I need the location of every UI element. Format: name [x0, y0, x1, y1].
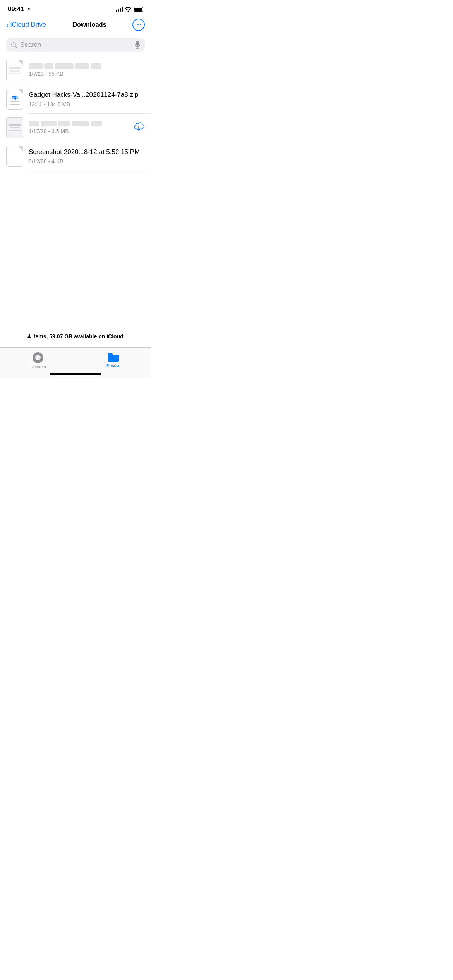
zip-lines: [10, 101, 19, 105]
file-info-2: Gadget Hacks-Va...20201124-7a8.zip 12:11…: [29, 91, 145, 107]
status-bar: 09:41 ↗: [0, 0, 151, 15]
status-icons: [116, 7, 143, 12]
blur-block: [58, 121, 70, 126]
signal-bar-1: [116, 10, 117, 12]
file-name-blurred-3: [29, 121, 127, 126]
blur-block: [29, 121, 39, 126]
search-placeholder: Search: [20, 41, 132, 49]
page: 09:41 ↗ ‹ iCloud Drive Downlo: [0, 0, 151, 379]
more-icon: ···: [136, 21, 141, 29]
mic-icon: [135, 41, 140, 49]
zip-line: [10, 101, 19, 102]
blur-block: [55, 63, 74, 69]
blur-block: [29, 63, 43, 69]
file-name-2: Gadget Hacks-Va...20201124-7a8.zip: [29, 91, 145, 99]
file-info-1: 1/7/20 - 55 KB: [29, 63, 145, 77]
download-cloud-icon[interactable]: [132, 122, 145, 134]
nav-bar: ‹ iCloud Drive Downloads ···: [0, 15, 151, 35]
tab-recents-label: Recents: [30, 364, 46, 369]
back-chevron-icon: ‹: [6, 21, 9, 29]
blur-block: [91, 63, 101, 69]
page-title: Downloads: [72, 21, 106, 29]
blur-block: [75, 63, 89, 69]
file-list: 1/7/20 - 55 KB zip Gadget Hacks-Va...202…: [0, 56, 151, 171]
back-button[interactable]: ‹ iCloud Drive: [6, 21, 46, 29]
file-meta-4: 8/12/20 - 4 KB: [29, 158, 63, 164]
status-time: 09:41: [8, 5, 24, 13]
list-item[interactable]: 1/7/20 - 55 KB: [0, 56, 151, 85]
zip-line: [10, 104, 19, 105]
battery-fill: [134, 8, 142, 11]
dog-ear-icon: [18, 60, 23, 65]
file-icon-1: [6, 60, 23, 81]
signal-bar-4: [122, 7, 123, 12]
blur-block: [91, 121, 102, 126]
search-container: Search: [0, 35, 151, 56]
list-item[interactable]: zip Gadget Hacks-Va...20201124-7a8.zip 1…: [0, 85, 151, 113]
wifi-icon: [125, 7, 131, 12]
recents-icon: [33, 352, 43, 363]
back-label: iCloud Drive: [10, 21, 46, 29]
list-item[interactable]: 1/17/20 - 3.5 MB: [0, 113, 151, 142]
battery-icon: [134, 7, 143, 12]
content-spacer: [0, 171, 151, 326]
tab-browse[interactable]: Browse: [99, 351, 129, 370]
search-icon: [11, 42, 17, 48]
footer-info: 4 items, 59.07 GB available on iCloud: [0, 326, 151, 347]
file-info-3: 1/17/20 - 3.5 MB: [29, 121, 127, 135]
tab-bar: Recents Browse: [0, 347, 151, 379]
tab-bar-inner: Recents Browse: [0, 351, 151, 370]
zip-label: zip: [12, 95, 18, 100]
signal-bars: [116, 7, 123, 12]
signal-bar-2: [118, 9, 119, 12]
home-indicator: [50, 373, 101, 375]
file-icon-3: [6, 117, 23, 138]
svg-line-1: [15, 46, 17, 48]
signal-bar-3: [120, 8, 121, 12]
file-info-4: Screenshot 2020...8-12 at 5.52.15 PM 8/1…: [29, 148, 145, 164]
zip-line: [10, 103, 19, 103]
file-meta-1: 1/7/20 - 55 KB: [29, 71, 63, 77]
tab-browse-label: Browse: [106, 363, 121, 368]
file-icon-zip: zip: [6, 89, 23, 110]
location-icon: ↗: [26, 7, 30, 12]
blur-block: [72, 121, 89, 126]
file-meta-3: 1/17/20 - 3.5 MB: [29, 128, 69, 134]
more-button[interactable]: ···: [132, 19, 145, 31]
file-name-blurred-1: [29, 63, 145, 69]
file-meta-2: 12:11 - 134.8 MB: [29, 101, 70, 107]
svg-rect-2: [136, 41, 139, 46]
main-content: 1/7/20 - 55 KB zip Gadget Hacks-Va...202…: [0, 56, 151, 347]
blur-block: [44, 63, 53, 69]
file-name-4: Screenshot 2020...8-12 at 5.52.15 PM: [29, 148, 145, 156]
list-item[interactable]: Screenshot 2020...8-12 at 5.52.15 PM 8/1…: [0, 142, 151, 171]
footer-text: 4 items, 59.07 GB available on iCloud: [27, 333, 123, 339]
blur-block: [41, 121, 57, 126]
tab-recents[interactable]: Recents: [22, 351, 53, 370]
file-icon-4: [6, 146, 23, 167]
browse-folder-icon: [107, 352, 120, 362]
search-bar[interactable]: Search: [6, 38, 145, 52]
